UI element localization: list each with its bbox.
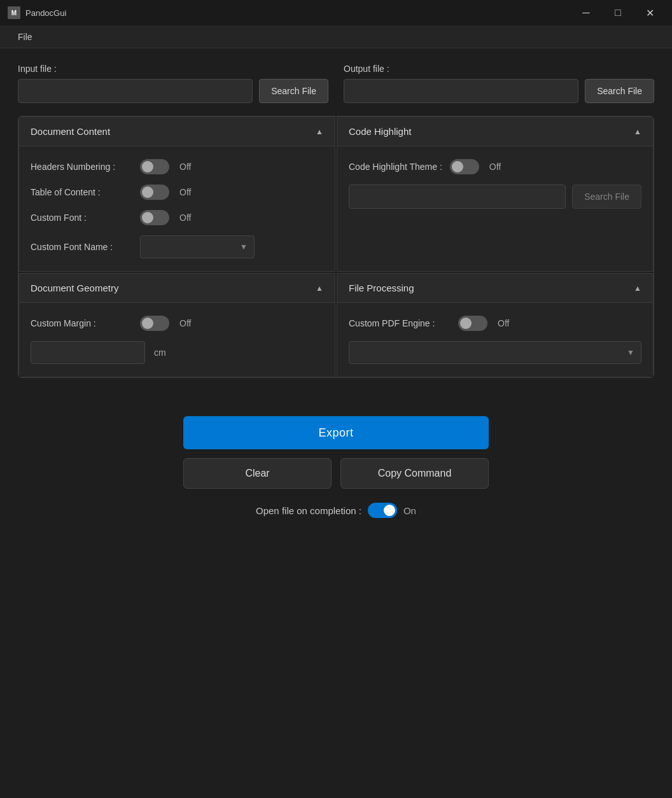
custom-pdf-engine-row: Custom PDF Engine : Off [349, 316, 641, 331]
code-highlight-body: Code Highlight Theme : Off Search File [337, 146, 653, 221]
custom-pdf-engine-status: Off [498, 318, 509, 328]
minimize-button[interactable]: ─ [571, 3, 601, 23]
code-highlight-theme-toggle[interactable] [450, 159, 479, 174]
code-highlight-theme-row: Code Highlight Theme : Off [349, 159, 641, 174]
action-row: Clear Copy Command [183, 458, 489, 489]
margin-spinbox-row: 1.3 ▲ ▼ cm [31, 341, 323, 364]
table-of-content-status: Off [179, 187, 191, 197]
file-processing-chevron-icon: ▲ [634, 284, 641, 293]
document-geometry-title: Document Geometry [31, 283, 118, 293]
custom-pdf-engine-toggle[interactable] [458, 316, 487, 331]
custom-margin-status: Off [179, 318, 191, 328]
custom-font-name-row: Custom Font Name : ▼ [31, 235, 323, 258]
document-content-body: Headers Numbering : Off Table of Content… [19, 146, 335, 271]
headers-numbering-toggle[interactable] [140, 159, 169, 174]
custom-font-label: Custom Font : [31, 213, 132, 223]
code-highlight-theme-label: Code Highlight Theme : [349, 162, 442, 172]
input-file-row: Search File [18, 79, 328, 103]
document-geometry-body: Custom Margin : Off 1.3 ▲ ▼ [19, 303, 335, 377]
input-file-group: Input file : Search File [18, 64, 328, 103]
document-content-chevron-icon: ▲ [316, 127, 323, 136]
document-content-section: Document Content ▲ Headers Numbering : O… [18, 116, 335, 272]
custom-font-toggle[interactable] [140, 210, 169, 225]
code-highlight-title: Code Highlight [349, 126, 411, 137]
pdf-engine-arrow-icon: ▼ [627, 348, 634, 357]
clear-button[interactable]: Clear [183, 458, 332, 489]
menubar: File [0, 25, 672, 48]
maximize-button[interactable]: □ [603, 3, 633, 23]
code-highlight-header[interactable]: Code Highlight ▲ [337, 117, 653, 146]
file-processing-title: File Processing [349, 283, 414, 293]
code-highlight-section: Code Highlight ▲ Code Highlight Theme : … [337, 116, 654, 272]
file-processing-section: File Processing ▲ Custom PDF Engine : Of… [337, 273, 654, 377]
code-highlight-file-row: Search File [349, 185, 641, 209]
completion-toggle[interactable] [368, 503, 397, 518]
custom-margin-label: Custom Margin : [31, 318, 132, 328]
document-content-header[interactable]: Document Content ▲ [19, 117, 335, 146]
output-search-file-button[interactable]: Search File [585, 79, 654, 103]
custom-font-status: Off [179, 213, 191, 223]
copy-command-button[interactable]: Copy Command [340, 458, 489, 489]
main-content: Input file : Search File Output file : S… [0, 48, 672, 546]
custom-font-name-arrow-icon: ▼ [240, 242, 248, 251]
custom-font-row: Custom Font : Off [31, 210, 323, 225]
file-menu[interactable]: File [10, 29, 40, 45]
window-controls: ─ □ ✕ [571, 3, 664, 23]
table-of-content-toggle[interactable] [140, 185, 169, 200]
output-file-label: Output file : [344, 64, 654, 74]
pdf-engine-select[interactable]: ▼ [349, 341, 641, 364]
margin-unit: cm [154, 347, 166, 358]
custom-font-name-select[interactable]: ▼ [140, 235, 255, 258]
app-icon: M [8, 6, 20, 19]
custom-font-name-label: Custom Font Name : [31, 242, 132, 252]
output-file-field[interactable] [344, 79, 578, 103]
export-button[interactable]: Export [183, 416, 489, 449]
input-search-file-button[interactable]: Search File [259, 79, 328, 103]
document-content-title: Document Content [31, 126, 110, 137]
file-processing-header[interactable]: File Processing ▲ [337, 274, 653, 303]
code-highlight-file-field[interactable] [349, 185, 566, 209]
input-file-label: Input file : [18, 64, 328, 74]
io-row: Input file : Search File Output file : S… [18, 64, 654, 103]
document-geometry-header[interactable]: Document Geometry ▲ [19, 274, 335, 303]
margin-value-input[interactable]: 1.3 [31, 347, 145, 358]
bottom-section: Export Clear Copy Command Open file on c… [18, 391, 654, 531]
document-geometry-chevron-icon: ▲ [316, 284, 323, 293]
headers-numbering-label: Headers Numbering : [31, 162, 132, 172]
custom-margin-row: Custom Margin : Off [31, 316, 323, 331]
sections-grid: Document Content ▲ Headers Numbering : O… [18, 116, 654, 378]
completion-row: Open file on completion : On [256, 503, 416, 518]
margin-spinbox: 1.3 ▲ ▼ [31, 341, 145, 364]
completion-status: On [403, 505, 416, 516]
table-of-content-row: Table of Content : Off [31, 185, 323, 200]
completion-label: Open file on completion : [256, 505, 361, 516]
headers-numbering-row: Headers Numbering : Off [31, 159, 323, 174]
output-file-group: Output file : Search File [344, 64, 654, 103]
code-highlight-chevron-icon: ▲ [634, 127, 641, 136]
file-processing-body: Custom PDF Engine : Off ▼ [337, 303, 653, 377]
table-of-content-label: Table of Content : [31, 187, 132, 197]
input-file-field[interactable] [18, 79, 253, 103]
custom-margin-toggle[interactable] [140, 316, 169, 331]
pdf-engine-select-row: ▼ [349, 341, 641, 364]
output-file-row: Search File [344, 79, 654, 103]
headers-numbering-status: Off [179, 162, 191, 172]
code-highlight-theme-status: Off [489, 162, 501, 172]
titlebar: M PandocGui ─ □ ✕ [0, 0, 672, 25]
document-geometry-section: Document Geometry ▲ Custom Margin : Off … [18, 273, 335, 377]
app-title: PandocGui [25, 8, 571, 18]
custom-pdf-engine-label: Custom PDF Engine : [349, 318, 451, 328]
close-button[interactable]: ✕ [635, 3, 664, 23]
code-highlight-search-btn[interactable]: Search File [572, 185, 641, 209]
